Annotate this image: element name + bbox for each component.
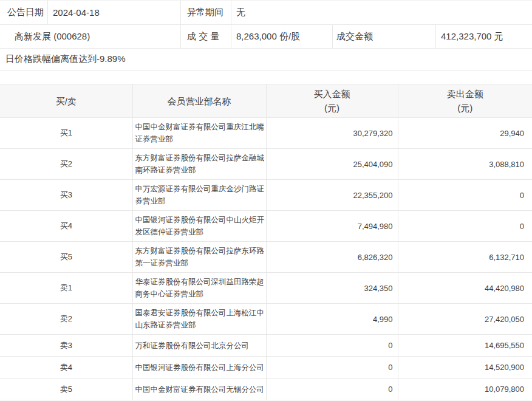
turnover-value: 412,323,700 元 — [436, 25, 532, 48]
cell-broker: 东方财富证券股份有限公司拉萨东环路第一证券营业部 — [132, 242, 266, 273]
cell-broker: 万和证券股份有限公司北京分公司 — [132, 335, 266, 357]
cell-buy: 22,355,200 — [266, 180, 398, 211]
cell-sell: 10,079,800 — [398, 379, 532, 400]
cell-broker: 中国银河证券股份有限公司中山火炬开发区德仲证券营业部 — [132, 211, 266, 242]
cell-side: 买3 — [0, 180, 132, 211]
cell-sell: 14,520,900 — [398, 357, 532, 379]
volume-value: 8,263,000 份/股 — [231, 25, 333, 48]
cell-broker: 东方财富证券股份有限公司拉萨金融城南环路证券营业部 — [132, 149, 266, 180]
cell-sell: 29,940 — [398, 118, 532, 149]
cell-side: 卖5 — [0, 379, 132, 400]
cell-buy: 324,350 — [266, 273, 398, 304]
table-row: 卖1 华泰证券股份有限公司深圳益田路荣超商务中心证券营业部 324,350 44… — [0, 273, 532, 304]
info-section: 公告日期 2024-04-18 异常期间 无 高新发展 (000628) 成 交… — [0, 0, 532, 70]
cell-sell: 14,695,550 — [398, 335, 532, 357]
cell-side: 买2 — [0, 149, 132, 180]
cell-buy: 25,404,090 — [266, 149, 398, 180]
cell-buy: 4,990 — [266, 304, 398, 335]
table-row: 买2 东方财富证券股份有限公司拉萨金融城南环路证券营业部 25,404,090 … — [0, 149, 532, 180]
cell-side: 卖2 — [0, 304, 132, 335]
turnover-label: 成交金额 — [333, 25, 436, 48]
cell-buy: 30,279,320 — [266, 118, 398, 149]
cell-side: 买4 — [0, 211, 132, 242]
info-row-date: 公告日期 2024-04-18 异常期间 无 — [0, 1, 532, 25]
abnormal-period-value: 无 — [231, 1, 532, 24]
announce-date-label: 公告日期 — [0, 1, 48, 24]
cell-broker: 中国中金财富证券有限公司重庆江北嘴证券营业部 — [132, 118, 266, 149]
header-buy-unit: (元) — [267, 101, 398, 115]
cell-sell: 6,132,710 — [398, 242, 532, 273]
cell-side: 买5 — [0, 242, 132, 273]
cell-side: 买1 — [0, 118, 132, 149]
header-sell: 卖出金额 (元) — [398, 84, 532, 118]
deviation-note: 日价格跌幅偏离值达到-9.89% — [0, 49, 532, 70]
cell-broker: 申万宏源证券有限公司重庆金沙门路证券营业部 — [132, 180, 266, 211]
info-row-stock: 高新发展 (000628) 成 交 量 8,263,000 份/股 成交金额 4… — [0, 25, 532, 49]
table-row: 买1 中国中金财富证券有限公司重庆江北嘴证券营业部 30,279,320 29,… — [0, 118, 532, 149]
cell-buy: 0 — [266, 357, 398, 379]
cell-side: 卖3 — [0, 335, 132, 357]
cell-buy: 6,826,320 — [266, 242, 398, 273]
cell-broker: 中国中金财富证券有限公司无锡分公司 — [132, 379, 266, 400]
cell-broker: 华泰证券股份有限公司深圳益田路荣超商务中心证券营业部 — [132, 273, 266, 304]
header-sell-unit: (元) — [398, 101, 532, 115]
header-buy-label: 买入金额 — [267, 87, 398, 101]
volume-label: 成 交 量 — [181, 25, 231, 48]
stock-name: 高新发展 (000628) — [0, 25, 181, 48]
trade-disclosure-page: 公告日期 2024-04-18 异常期间 无 高新发展 (000628) 成 交… — [0, 0, 532, 400]
table-row: 买4 中国银河证券股份有限公司中山火炬开发区德仲证券营业部 7,494,980 … — [0, 211, 532, 242]
cell-buy: 7,494,980 — [266, 211, 398, 242]
cell-sell: 0 — [398, 180, 532, 211]
broker-table: 买/卖 会员营业部名称 买入金额 (元) 卖出金额 (元) 买1 中国中金财富证… — [0, 84, 532, 400]
info-row-deviation: 日价格跌幅偏离值达到-9.89% — [0, 49, 532, 70]
table-row: 买3 申万宏源证券有限公司重庆金沙门路证券营业部 22,355,200 0 — [0, 180, 532, 211]
header-buy: 买入金额 (元) — [266, 84, 398, 118]
header-side: 买/卖 — [0, 84, 132, 118]
table-row: 卖4 中国银河证券股份有限公司上海分公司 0 14,520,900 — [0, 357, 532, 379]
abnormal-period-label: 异常期间 — [181, 1, 231, 24]
cell-sell: 3,088,810 — [398, 149, 532, 180]
table-row: 卖3 万和证券股份有限公司北京分公司 0 14,695,550 — [0, 335, 532, 357]
table-row: 买5 东方财富证券股份有限公司拉萨东环路第一证券营业部 6,826,320 6,… — [0, 242, 532, 273]
cell-side: 卖4 — [0, 357, 132, 379]
table-row: 卖2 国泰君安证券股份有限公司上海松江中山东路证券营业部 4,990 27,42… — [0, 304, 532, 335]
cell-side: 卖1 — [0, 273, 132, 304]
cell-broker: 中国银河证券股份有限公司上海分公司 — [132, 357, 266, 379]
cell-sell: 0 — [398, 211, 532, 242]
cell-sell: 44,420,980 — [398, 273, 532, 304]
header-sell-label: 卖出金额 — [398, 87, 532, 101]
table-row: 卖5 中国中金财富证券有限公司无锡分公司 0 10,079,800 — [0, 379, 532, 400]
cell-buy: 0 — [266, 379, 398, 400]
cell-sell: 27,420,050 — [398, 304, 532, 335]
cell-broker: 国泰君安证券股份有限公司上海松江中山东路证券营业部 — [132, 304, 266, 335]
table-head: 买/卖 会员营业部名称 买入金额 (元) 卖出金额 (元) — [0, 84, 532, 118]
header-broker: 会员营业部名称 — [132, 84, 266, 118]
table-body: 买1 中国中金财富证券有限公司重庆江北嘴证券营业部 30,279,320 29,… — [0, 118, 532, 400]
announce-date-value: 2024-04-18 — [48, 1, 181, 24]
cell-buy: 0 — [266, 335, 398, 357]
table-header-row: 买/卖 会员营业部名称 买入金额 (元) 卖出金额 (元) — [0, 84, 532, 118]
